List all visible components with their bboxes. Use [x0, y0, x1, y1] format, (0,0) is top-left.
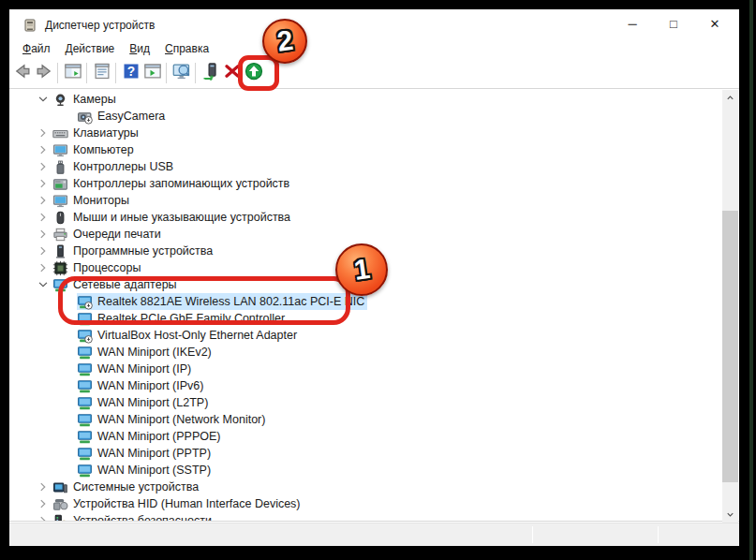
tree-item[interactable]: Мониторы [9, 192, 722, 209]
chevron-right-icon[interactable] [34, 227, 52, 242]
tree-item[interactable]: Клавиатуры [9, 125, 722, 141]
scrollbar-thumb[interactable] [722, 211, 738, 482]
tree-item-content[interactable]: Системные устройства [52, 479, 201, 495]
tree-item[interactable]: Очереди печати [9, 226, 722, 243]
chevron-right-icon[interactable] [34, 193, 52, 208]
tree-item[interactable]: WAN Miniport (IKEv2) [9, 344, 722, 361]
tree-item[interactable]: Контроллеры USB [9, 158, 722, 175]
tree-item-label: WAN Miniport (PPTP) [97, 447, 211, 460]
tree-item[interactable]: EasyCamera [9, 108, 722, 125]
tree-item-content[interactable]: Устройства безопасности [52, 512, 215, 522]
tree-item-content[interactable]: WAN Miniport (IPv6) [77, 377, 206, 394]
highlight-box-selected-adapter [58, 276, 350, 325]
minimize-button[interactable]: ─ [612, 9, 653, 37]
action-pane-button[interactable] [141, 61, 163, 85]
tree-item-content[interactable]: Контроллеры запоминающих устройств [52, 175, 292, 192]
tree-item-label: Компьютер [73, 143, 134, 156]
chevron-right-icon[interactable] [34, 210, 52, 225]
tree-item-content[interactable]: WAN Miniport (PPPOE) [77, 428, 224, 445]
tree-item[interactable]: Мыши и иные указывающие устройства [9, 209, 722, 226]
tree-item-content[interactable]: VirtualBox Host-Only Ethernet Adapter [77, 327, 300, 344]
ethernet-adapter-icon [77, 395, 93, 411]
tree-item-content[interactable]: WAN Miniport (SSTP) [77, 462, 214, 479]
tree-item[interactable]: Устройства безопасности [9, 512, 722, 522]
tree-item-content[interactable]: Контроллеры USB [52, 158, 176, 175]
scroll-up-button[interactable] [722, 90, 738, 106]
tree-spacer [58, 361, 77, 376]
tree-item[interactable]: WAN Miniport (SSTP) [9, 462, 722, 479]
menu-item-action[interactable]: Действие [58, 41, 123, 58]
back-button[interactable] [11, 61, 33, 85]
chevron-right-icon[interactable] [34, 260, 52, 275]
mouse-icon [52, 210, 68, 226]
tree-item[interactable]: Камеры [9, 91, 722, 108]
chevron-right-icon[interactable] [34, 176, 52, 191]
statusbar [9, 523, 739, 546]
chevron-down-icon[interactable] [34, 92, 52, 107]
enable-device-button[interactable] [200, 61, 221, 85]
scan-hardware-button[interactable] [170, 61, 192, 85]
hid-icon [52, 496, 68, 512]
tree-item-content[interactable]: Процессоры [52, 259, 143, 276]
toolbar-separator [54, 63, 62, 83]
tree-spacer [58, 395, 77, 410]
tree-item[interactable]: Контроллеры запоминающих устройств [9, 175, 722, 192]
menu-item-view[interactable]: Вид [122, 41, 157, 58]
chevron-right-icon[interactable] [34, 496, 52, 511]
tree-item[interactable]: VirtualBox Host-Only Ethernet Adapter [9, 327, 722, 344]
tree-item-content[interactable]: WAN Miniport (L2TP) [77, 394, 211, 411]
close-button[interactable]: ✕ [694, 9, 735, 37]
tree-item-content[interactable]: Клавиатуры [52, 125, 141, 141]
menu-item-help[interactable]: Справка [157, 41, 216, 58]
tree-item[interactable]: Компьютер [9, 141, 722, 158]
scan-hardware-icon [172, 62, 191, 84]
properties-button[interactable] [91, 61, 112, 85]
chevron-right-icon[interactable] [34, 142, 52, 157]
maximize-button[interactable]: □ [653, 9, 694, 37]
tree-spacer [58, 412, 77, 427]
tree-item-content[interactable]: Компьютер [52, 141, 137, 158]
chevron-right-icon[interactable] [34, 243, 52, 258]
tree-item-content[interactable]: Программные устройства [52, 243, 215, 259]
tree-item-content[interactable]: WAN Miniport (Network Monitor) [77, 411, 268, 428]
tree-item[interactable]: Системные устройства [9, 479, 722, 495]
usb-icon [52, 159, 68, 175]
chevron-right-icon[interactable] [34, 125, 52, 140]
tree-item-label: EasyCamera [97, 110, 165, 123]
tree-item[interactable]: WAN Miniport (L2TP) [9, 394, 722, 411]
chevron-right-icon[interactable] [34, 479, 52, 494]
forward-button[interactable] [33, 61, 54, 85]
tree-item-label: Контроллеры USB [73, 160, 173, 173]
tree-spacer [58, 446, 77, 461]
tree-item-content[interactable]: WAN Miniport (PPTP) [77, 445, 214, 462]
tree-item-label: Мониторы [73, 194, 129, 207]
chevron-right-icon[interactable] [34, 159, 52, 174]
show-console-tree-button[interactable] [62, 61, 83, 85]
ethernet-adapter-icon [77, 378, 93, 394]
tree-item[interactable]: WAN Miniport (Network Monitor) [9, 411, 722, 428]
chevron-down-icon[interactable] [34, 277, 52, 292]
tree-item[interactable]: WAN Miniport (IPv6) [9, 377, 722, 394]
tree-item-content[interactable]: Камеры [52, 91, 119, 108]
scroll-down-button[interactable] [722, 507, 738, 523]
ethernet-adapter-icon [77, 345, 93, 361]
chevron-right-icon[interactable] [34, 513, 52, 522]
tree-item-content[interactable]: Очереди печати [52, 226, 164, 243]
tree-item[interactable]: WAN Miniport (PPPOE) [9, 428, 722, 445]
toolbar-separator [192, 63, 200, 83]
tree-item-content[interactable]: WAN Miniport (IKEv2) [77, 344, 215, 361]
console-tree-icon [64, 62, 82, 84]
tree-item-content[interactable]: Устройства HID (Human Interface Devices) [52, 495, 304, 512]
tree-item-label: WAN Miniport (Network Monitor) [97, 413, 265, 426]
tree-item[interactable]: WAN Miniport (PPTP) [9, 445, 722, 462]
vertical-scrollbar[interactable] [722, 90, 738, 523]
tree-spacer [58, 109, 77, 124]
help-button[interactable]: ? [120, 61, 141, 85]
tree-item-content[interactable]: Мониторы [52, 192, 132, 209]
menu-item-file[interactable]: Файл [15, 41, 58, 58]
tree-item-content[interactable]: EasyCamera [77, 108, 168, 125]
tree-item[interactable]: Устройства HID (Human Interface Devices) [9, 495, 722, 512]
tree-item-content[interactable]: Мыши и иные указывающие устройства [52, 209, 293, 226]
tree-item-content[interactable]: WAN Miniport (IP) [77, 361, 194, 377]
tree-item[interactable]: WAN Miniport (IP) [9, 361, 722, 377]
